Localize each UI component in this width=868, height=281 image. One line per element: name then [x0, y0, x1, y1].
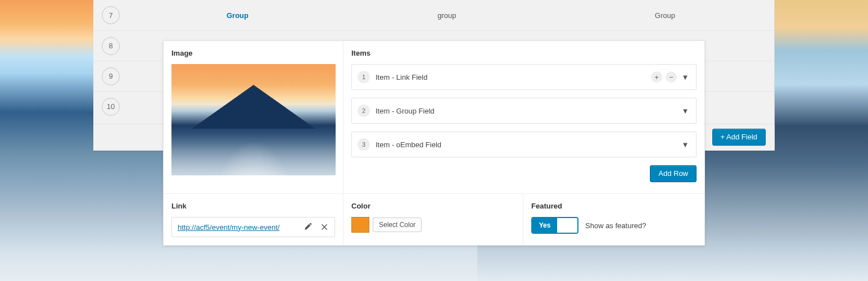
link-field-label: Link: [171, 202, 335, 210]
repeater-row[interactable]: 1 Item - Link Field + − ▼: [351, 64, 697, 90]
field-label-link[interactable]: Group: [120, 11, 338, 20]
chevron-down-icon[interactable]: ▼: [680, 107, 690, 115]
close-icon[interactable]: [318, 220, 331, 234]
remove-row-icon[interactable]: −: [666, 71, 677, 83]
repeater-row-title: Item - oEmbed Field: [376, 140, 680, 149]
link-field-cell: Link http://acf5/event/my-new-event/: [164, 194, 343, 245]
featured-description: Show as featured?: [585, 221, 646, 230]
field-type: Group: [556, 11, 774, 20]
chevron-down-icon[interactable]: ▼: [680, 73, 690, 81]
add-row-button[interactable]: Add Row: [650, 165, 697, 182]
featured-field-cell: Featured Yes Show as featured?: [523, 194, 704, 245]
row-number: 7: [102, 6, 120, 24]
repeater-row-number: 3: [358, 138, 370, 151]
field-name: group: [338, 11, 556, 20]
items-field-label: Items: [351, 49, 697, 57]
link-url[interactable]: http://acf5/event/my-new-event/: [178, 223, 297, 232]
add-row-icon[interactable]: +: [651, 71, 662, 83]
repeater-row-number: 1: [358, 71, 370, 83]
link-value-box: http://acf5/event/my-new-event/: [171, 217, 335, 237]
add-field-button[interactable]: + Add Field: [712, 129, 766, 146]
image-field-cell: Image: [164, 41, 343, 193]
toggle-knob: [557, 218, 577, 233]
featured-field-label: Featured: [531, 202, 697, 210]
select-color-button[interactable]: Select Color: [373, 217, 422, 232]
featured-toggle[interactable]: Yes: [531, 217, 578, 234]
repeater-row-title: Item - Group Field: [376, 107, 680, 115]
color-field-cell: Color Select Color: [343, 194, 523, 245]
field-editor-panel: Image Items 1 Item - Link Field + − ▼ 2 …: [163, 40, 705, 246]
image-field-label: Image: [171, 49, 335, 57]
row-number: 9: [102, 67, 120, 85]
row-number: 8: [102, 37, 120, 55]
row-number: 10: [102, 98, 120, 116]
chevron-down-icon[interactable]: ▼: [680, 140, 690, 149]
image-preview[interactable]: [171, 64, 336, 175]
color-swatch[interactable]: [351, 217, 369, 233]
color-field-label: Color: [351, 202, 515, 210]
repeater-row[interactable]: 3 Item - oEmbed Field ▼: [351, 132, 697, 157]
repeater-row-title: Item - Link Field: [376, 73, 651, 81]
toggle-on-label: Yes: [532, 218, 557, 233]
pencil-icon[interactable]: [301, 220, 314, 234]
field-row[interactable]: 7 Group group Group: [93, 0, 774, 30]
repeater-row[interactable]: 2 Item - Group Field ▼: [351, 98, 697, 124]
items-field-cell: Items 1 Item - Link Field + − ▼ 2 Item -…: [343, 41, 704, 193]
repeater-row-number: 2: [358, 105, 370, 117]
